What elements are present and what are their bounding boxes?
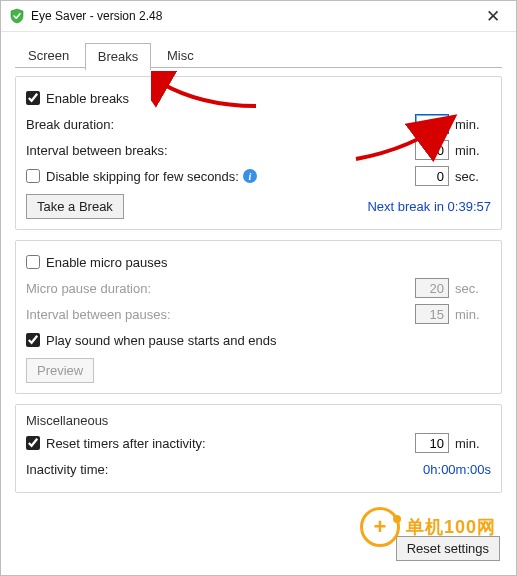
break-duration-input[interactable] [415, 114, 449, 134]
close-icon: ✕ [486, 6, 500, 27]
inactivity-time-value: 0h:00m:00s [415, 462, 491, 477]
reset-timers-input[interactable] [415, 433, 449, 453]
misc-group: Miscellaneous Reset timers after inactiv… [15, 404, 502, 493]
info-icon[interactable]: i [243, 169, 257, 183]
watermark: + 单机100网 [360, 507, 496, 547]
reset-timers-checkbox[interactable] [26, 436, 40, 450]
misc-heading: Miscellaneous [26, 413, 491, 428]
tab-screen[interactable]: Screen [15, 42, 82, 68]
window-title: Eye Saver - version 2.48 [31, 9, 470, 23]
reset-timers-unit: min. [455, 436, 491, 451]
watermark-logo-icon: + [360, 507, 400, 547]
break-duration-unit: min. [455, 117, 491, 132]
break-interval-input[interactable] [415, 140, 449, 160]
break-interval-unit: min. [455, 143, 491, 158]
breaks-group: Enable breaks Break duration: min. Inter… [15, 76, 502, 230]
preview-button: Preview [26, 358, 94, 383]
micro-duration-label: Micro pause duration: [26, 281, 415, 296]
micro-interval-label: Interval between pauses: [26, 307, 415, 322]
window-close-button[interactable]: ✕ [470, 1, 516, 31]
micro-interval-input [415, 304, 449, 324]
micro-interval-unit: min. [455, 307, 491, 322]
break-duration-label: Break duration: [26, 117, 415, 132]
next-break-status: Next break in 0:39:57 [367, 199, 491, 214]
title-bar: Eye Saver - version 2.48 ✕ [1, 1, 516, 32]
reset-timers-label: Reset timers after inactivity: [46, 436, 415, 451]
watermark-text: 单机100网 [406, 515, 496, 539]
play-sound-checkbox[interactable] [26, 333, 40, 347]
micro-duration-unit: sec. [455, 281, 491, 296]
micro-pauses-group: Enable micro pauses Micro pause duration… [15, 240, 502, 394]
micro-duration-input [415, 278, 449, 298]
play-sound-label: Play sound when pause starts and ends [46, 333, 491, 348]
enable-micro-pauses-checkbox[interactable] [26, 255, 40, 269]
inactivity-time-label: Inactivity time: [26, 462, 415, 477]
enable-breaks-label: Enable breaks [46, 91, 491, 106]
disable-skipping-input[interactable] [415, 166, 449, 186]
enable-breaks-checkbox[interactable] [26, 91, 40, 105]
disable-skipping-checkbox[interactable] [26, 169, 40, 183]
disable-skipping-label: Disable skipping for few seconds: [46, 169, 239, 184]
take-break-button[interactable]: Take a Break [26, 194, 124, 219]
disable-skipping-unit: sec. [455, 169, 491, 184]
tab-strip: Screen Breaks Misc [15, 42, 502, 68]
app-shield-icon [9, 8, 25, 24]
enable-micro-pauses-label: Enable micro pauses [46, 255, 491, 270]
tab-misc[interactable]: Misc [154, 42, 207, 68]
tab-breaks[interactable]: Breaks [85, 43, 151, 70]
break-interval-label: Interval between breaks: [26, 143, 415, 158]
tab-content: Enable breaks Break duration: min. Inter… [15, 68, 502, 493]
